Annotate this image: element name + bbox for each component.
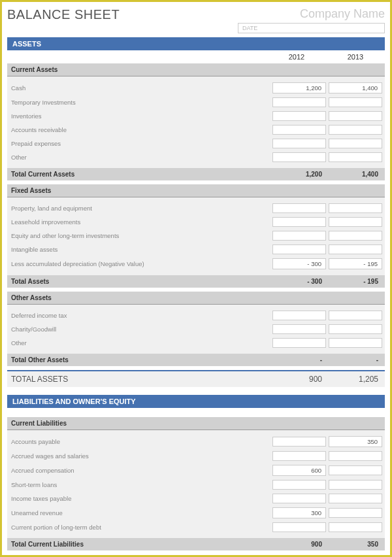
value-cell-y1[interactable] bbox=[272, 338, 326, 348]
value-cell-y2[interactable] bbox=[329, 494, 382, 503]
value-cell-y1[interactable] bbox=[272, 324, 326, 334]
value-cell-y2[interactable] bbox=[329, 245, 382, 254]
line-item-row: Deferred income tax bbox=[7, 309, 385, 322]
total-v2: 350 bbox=[329, 541, 385, 548]
line-item-row: Accrued wages and salaries bbox=[7, 449, 385, 463]
value-cell-y1[interactable]: 300 bbox=[272, 507, 326, 518]
line-item-row: Income taxes payable bbox=[7, 492, 385, 505]
year-1: 2012 bbox=[267, 53, 326, 61]
total-current-liabilities-row: Total Current Liabilities 900 350 bbox=[7, 538, 385, 550]
value-cell-y1[interactable]: 1,200 bbox=[272, 82, 326, 93]
line-item-row: Equity and other long-term investments bbox=[7, 229, 385, 243]
value-cell-y2[interactable] bbox=[329, 311, 382, 320]
value-cell-y2[interactable] bbox=[329, 338, 382, 348]
value-cell-y1[interactable] bbox=[272, 245, 326, 254]
current-assets-header: Current Assets bbox=[7, 63, 385, 76]
total-v2: 1,400 bbox=[329, 171, 385, 178]
value-cell-y2[interactable]: 1,400 bbox=[329, 82, 382, 93]
assets-section-header: ASSETS bbox=[7, 37, 385, 50]
line-item-label: Income taxes payable bbox=[7, 495, 272, 502]
line-item-label: Accounts payable bbox=[7, 438, 272, 445]
date-field[interactable]: DATE bbox=[238, 23, 385, 33]
value-cell-y1[interactable] bbox=[272, 152, 326, 162]
line-item-label: Property, land and equipment bbox=[7, 205, 272, 212]
value-cell-y2[interactable] bbox=[329, 125, 382, 135]
fixed-assets-header: Fixed Assets bbox=[7, 184, 385, 197]
value-cell-y1[interactable] bbox=[272, 494, 326, 503]
line-item-row: Other bbox=[7, 336, 385, 350]
line-item-label: Accounts receivable bbox=[7, 126, 272, 133]
value-cell-y1[interactable] bbox=[272, 97, 326, 107]
line-item-label: Inventories bbox=[7, 112, 272, 120]
value-cell-y1[interactable] bbox=[272, 437, 326, 447]
line-item-label: Leasehold improvements bbox=[7, 218, 272, 226]
value-cell-y2[interactable] bbox=[329, 203, 382, 213]
value-cell-y2[interactable] bbox=[329, 139, 382, 148]
line-item-row: Inventories bbox=[7, 109, 385, 123]
value-cell-y1[interactable] bbox=[272, 111, 326, 121]
total-current-assets-row: Total Current Assets 1,200 1,400 bbox=[7, 168, 385, 180]
line-item-label: Other bbox=[7, 154, 272, 161]
value-cell-y1[interactable] bbox=[272, 139, 326, 148]
value-cell-y2[interactable] bbox=[329, 522, 382, 532]
line-item-label: Accrued wages and salaries bbox=[7, 452, 272, 460]
total-v2: - bbox=[329, 356, 385, 363]
value-cell-y1[interactable] bbox=[272, 451, 326, 461]
total-label: Total Current Assets bbox=[7, 171, 272, 178]
value-cell-y2[interactable] bbox=[329, 465, 382, 475]
value-cell-y2[interactable] bbox=[329, 111, 382, 121]
year-header-row: 2012 2013 bbox=[7, 50, 385, 63]
total-fixed-assets-row: Total Assets - 300 - 195 bbox=[7, 275, 385, 288]
header: BALANCE SHEET Company Name DATE bbox=[7, 7, 385, 33]
value-cell-y1[interactable] bbox=[272, 217, 326, 227]
total-assets-row: TOTAL ASSETS 900 1,205 bbox=[7, 370, 385, 387]
line-item-label: Short-term loans bbox=[7, 481, 272, 488]
line-item-row: Property, land and equipment bbox=[7, 201, 385, 215]
total-label: Total Assets bbox=[7, 278, 272, 285]
value-cell-y1[interactable]: - 300 bbox=[272, 258, 326, 269]
value-cell-y1[interactable] bbox=[272, 231, 326, 241]
value-cell-y1[interactable] bbox=[272, 480, 326, 490]
current-liabilities-header: Current Liabilities bbox=[7, 417, 385, 430]
line-item-label: Less accumulated depreciation (Negative … bbox=[7, 260, 272, 267]
value-cell-y1[interactable]: 600 bbox=[272, 465, 326, 476]
line-item-row: Other bbox=[7, 150, 385, 164]
line-item-label: Accrued compensation bbox=[7, 467, 272, 474]
line-item-label: Unearned revenue bbox=[7, 509, 272, 516]
line-item-label: Charity/Goodwill bbox=[7, 326, 272, 333]
line-item-row: Current portion of long-term debt bbox=[7, 520, 385, 534]
value-cell-y1[interactable] bbox=[272, 203, 326, 213]
value-cell-y2[interactable] bbox=[329, 451, 382, 461]
value-cell-y2[interactable] bbox=[329, 217, 382, 227]
line-item-label: Temporary Investments bbox=[7, 99, 272, 106]
total-label: Total Other Assets bbox=[7, 356, 272, 363]
value-cell-y2[interactable]: 350 bbox=[329, 436, 382, 447]
line-item-label: Equity and other long-term investments bbox=[7, 232, 272, 239]
total-v1: 1,200 bbox=[272, 171, 329, 178]
line-item-row: Cash1,2001,400 bbox=[7, 80, 385, 95]
value-cell-y1[interactable] bbox=[272, 522, 326, 532]
line-item-label: Cash bbox=[7, 84, 272, 92]
company-name-placeholder[interactable]: Company Name bbox=[238, 7, 385, 21]
year-2: 2013 bbox=[326, 53, 385, 61]
line-item-label: Prepaid expenses bbox=[7, 140, 272, 147]
value-cell-y2[interactable] bbox=[329, 324, 382, 334]
value-cell-y1[interactable] bbox=[272, 311, 326, 320]
value-cell-y2[interactable] bbox=[329, 480, 382, 490]
value-cell-y2[interactable] bbox=[329, 508, 382, 518]
page-title: BALANCE SHEET bbox=[7, 7, 120, 22]
total-v2: - 195 bbox=[329, 278, 385, 285]
line-item-label: Deferred income tax bbox=[7, 312, 272, 319]
value-cell-y2[interactable] bbox=[329, 152, 382, 162]
line-item-row: Intangible assets bbox=[7, 243, 385, 256]
line-item-label: Other bbox=[7, 339, 272, 346]
value-cell-y2[interactable] bbox=[329, 97, 382, 107]
line-item-row: Less accumulated depreciation (Negative … bbox=[7, 256, 385, 271]
line-item-label: Intangible assets bbox=[7, 246, 272, 253]
value-cell-y2[interactable] bbox=[329, 231, 382, 241]
line-item-row: Temporary Investments bbox=[7, 95, 385, 109]
value-cell-y2[interactable]: - 195 bbox=[329, 258, 382, 269]
line-item-row: Leasehold improvements bbox=[7, 215, 385, 229]
value-cell-y1[interactable] bbox=[272, 125, 326, 135]
line-item-row: Short-term loans bbox=[7, 478, 385, 492]
